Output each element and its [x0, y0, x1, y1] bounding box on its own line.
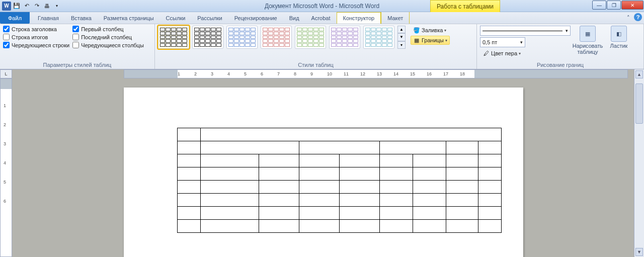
vertical-ruler[interactable]: 123456 [0, 78, 12, 257]
chevron-down-icon: ▾ [445, 38, 447, 43]
group-table-style-options: Строка заголовка Строка итогов Чередующи… [0, 24, 155, 69]
tab-acrobat[interactable]: Acrobat [305, 12, 337, 24]
gallery-more-icon[interactable]: ▾ [397, 41, 406, 49]
scroll-thumb[interactable] [635, 83, 643, 124]
gallery-scroll-down-icon[interactable]: ▼ [397, 33, 406, 41]
tab-layout[interactable]: Макет [381, 12, 410, 24]
chevron-down-icon: ▾ [519, 51, 521, 56]
window-title: Документ Microsoft Word - Microsoft Word [265, 3, 379, 10]
chk-first-column[interactable]: Первый столбец [72, 26, 144, 32]
group-table-styles: ▲ ▼ ▾ 🪣 Заливка▾ ▦ Границы▾ Стили таблиц [155, 24, 477, 69]
restore-button[interactable]: ❐ [607, 1, 621, 10]
minimize-button[interactable]: — [592, 1, 606, 10]
shading-button[interactable]: 🪣 Заливка▾ [411, 26, 450, 35]
table-style-thumb[interactable] [329, 26, 360, 49]
chk-total-row[interactable]: Строка итогов [3, 34, 69, 40]
context-tab-title: Работа с таблицами [430, 0, 500, 12]
group-label-style-options: Параметры стилей таблиц [3, 61, 151, 69]
help-icon[interactable]: ? [634, 13, 642, 21]
scroll-down-icon[interactable]: ▼ [635, 248, 643, 256]
chk-banded-columns[interactable]: Чередующиеся столбцы [72, 42, 144, 48]
gallery-scroll-up-icon[interactable]: ▲ [397, 26, 406, 33]
scroll-up-icon[interactable]: ▲ [635, 70, 643, 78]
table-style-thumb[interactable] [226, 26, 258, 49]
borders-button[interactable]: ▦ Границы▾ [411, 36, 450, 45]
tab-page-layout[interactable]: Разметка страницы [98, 12, 160, 24]
horizontal-ruler[interactable]: 123456789101112131415161718 [124, 69, 628, 78]
save-icon[interactable]: 💾 [12, 2, 21, 11]
ribbon-tab-row: Файл Главная Вставка Разметка страницы С… [0, 12, 644, 24]
minimize-ribbon-icon[interactable]: ˄ [624, 13, 633, 22]
border-width-select[interactable]: 0,5 пт▾ [480, 37, 525, 47]
pen-color-button[interactable]: 🖊 Цвет пера▾ [480, 49, 571, 58]
tab-selector-icon[interactable]: L [0, 69, 12, 78]
tab-view[interactable]: Вид [283, 12, 305, 24]
gallery-scroll[interactable]: ▲ ▼ ▾ [397, 26, 406, 49]
tab-references[interactable]: Ссылки [160, 12, 192, 24]
draw-table-button[interactable]: ▦ Нарисовать таблицу [574, 26, 602, 58]
undo-icon[interactable]: ↶ [22, 2, 31, 11]
tab-mailings[interactable]: Рассылки [191, 12, 228, 24]
table-style-thumb[interactable] [295, 26, 326, 49]
borders-icon: ▦ [413, 37, 420, 44]
eraser-icon: ◧ [611, 26, 627, 42]
document-table[interactable] [177, 128, 502, 233]
eraser-button[interactable]: ◧ Ластик [605, 26, 633, 58]
pen-icon: 🖊 [482, 50, 490, 57]
window-buttons: — ❐ ✕ [592, 0, 644, 10]
table-style-thumb[interactable] [363, 26, 394, 49]
chevron-down-icon: ▾ [444, 28, 446, 33]
chk-header-row[interactable]: Строка заголовка [3, 26, 69, 32]
draw-table-icon: ▦ [580, 26, 596, 42]
chk-banded-rows[interactable]: Чередующиеся строки [3, 42, 69, 48]
vertical-scrollbar[interactable]: ▲ ▼ [634, 69, 644, 257]
chk-last-column[interactable]: Последний столбец [72, 34, 144, 40]
tab-home[interactable]: Главная [32, 12, 65, 24]
tab-file[interactable]: Файл [0, 12, 30, 24]
paint-bucket-icon: 🪣 [413, 27, 420, 34]
table-style-thumb[interactable] [261, 26, 292, 49]
page[interactable] [124, 88, 523, 257]
qat-dropdown-icon[interactable]: ▾ [52, 2, 61, 11]
title-bar: W 💾 ↶ ↷ 🖶 ▾ Документ Microsoft Word - Mi… [0, 0, 644, 12]
tab-design[interactable]: Конструктор [337, 12, 381, 24]
redo-icon[interactable]: ↷ [32, 2, 41, 11]
group-label-table-styles: Стили таблиц [158, 61, 473, 69]
table-style-thumb[interactable] [158, 26, 189, 49]
table-style-thumb[interactable] [192, 26, 223, 49]
tab-insert[interactable]: Вставка [65, 12, 98, 24]
group-label-draw-borders: Рисование границ [480, 61, 640, 69]
ribbon: Строка заголовка Строка итогов Чередующи… [0, 24, 644, 69]
quick-access-toolbar: W 💾 ↶ ↷ 🖶 ▾ [0, 2, 63, 11]
border-style-select[interactable]: ▾ [480, 26, 571, 36]
table-style-gallery[interactable]: ▲ ▼ ▾ [158, 26, 406, 49]
group-draw-borders: ▾ 0,5 пт▾ 🖊 Цвет пера▾ ▦ Нарисовать табл… [477, 24, 644, 69]
document-viewport [12, 78, 632, 257]
word-logo-icon[interactable]: W [2, 2, 11, 11]
close-button[interactable]: ✕ [621, 1, 643, 10]
print-icon[interactable]: 🖶 [42, 2, 51, 11]
tab-review[interactable]: Рецензирование [228, 12, 283, 24]
